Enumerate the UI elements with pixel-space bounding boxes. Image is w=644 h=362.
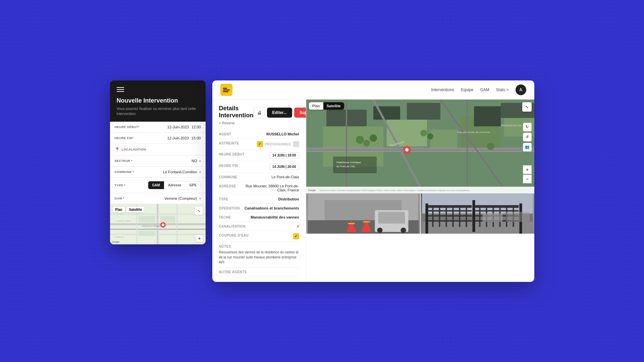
svg-text:Raccourcis clavier | Données c: Raccourcis clavier | Données cartographi… <box>320 189 470 191</box>
nav-stats[interactable]: Stats > <box>496 87 509 92</box>
google-attribution: Google <box>112 241 120 243</box>
heure-fin-date: 12-Juin-2023 <box>167 136 189 140</box>
secteur-field[interactable]: SECTEUR * NO ▾ <box>110 156 206 167</box>
type-gps-button[interactable]: GPS <box>185 181 200 189</box>
canalisation-label: CANALISATION <box>219 224 246 228</box>
svg-rect-78 <box>428 215 472 217</box>
astreinte-checkbox: ✓ <box>257 141 263 147</box>
svg-rect-79 <box>428 220 472 222</box>
mobile-map-plan-button[interactable]: Plan <box>113 207 125 213</box>
gam-value-container: Verrerie (Compteur) ▾ <box>164 196 201 200</box>
nav-links: Interventions Equipe GAM Stats > <box>431 87 508 92</box>
type-gam-button[interactable]: GAM <box>148 181 164 189</box>
desktop-map-zoom-controls: + − <box>523 165 532 183</box>
gam-value: Verrerie (Compteur) <box>164 196 197 200</box>
adresse-value: Rue Mounier, 38800 Le Pont-de-Claix, Fra… <box>246 184 299 192</box>
desktop-map-overlay-controls: Plan Satellite <box>309 102 344 110</box>
astreinte-programmee-values: ✓ PROGRAMMEE <box>257 141 299 147</box>
autre-agents-label: AUTRE AGENTS <box>219 270 247 274</box>
map-rotate-cw-button[interactable]: ↻ <box>523 123 532 131</box>
type-field: TYPE * GAM Adresse GPS <box>110 178 206 193</box>
operation-value: Canalisations et branchements <box>245 206 299 210</box>
gam-label: GAM * <box>115 197 125 200</box>
svg-point-39 <box>356 136 364 144</box>
desktop-map-satellite-button[interactable]: Satellite <box>323 102 344 110</box>
operation-row: OPERATION Canalisations et branchements <box>219 204 299 213</box>
gam-field[interactable]: GAM * Verrerie (Compteur) ▾ <box>110 193 206 204</box>
mobile-header: Nouvelle Intervention Vous pourrez final… <box>110 80 206 122</box>
desktop-map-expand-button[interactable]: ⤡ <box>522 102 532 112</box>
back-link[interactable]: < Revenir <box>219 121 299 125</box>
desktop-heure-fin-row: HEURE FIN 14 JUIN | 20:00 <box>219 161 299 173</box>
desktop-heure-fin-label: HEURE FIN <box>219 164 238 168</box>
svg-rect-80 <box>432 205 433 227</box>
type-adresse-button[interactable]: Adresse <box>164 181 185 189</box>
edit-button[interactable]: Editer... <box>267 108 292 118</box>
map-zoom-in-button[interactable]: + <box>523 165 532 174</box>
mobile-body: HEURE DÉBUT* 12-Juin-2023 12:00 HEURE FI… <box>110 122 206 244</box>
commune-field[interactable]: COMMUNE * Le Fontanil-Cornillon ▾ <box>110 167 206 178</box>
mobile-map-satellite-button[interactable]: Satellite <box>126 207 145 213</box>
type-label: TYPE * <box>115 184 126 187</box>
heure-debut-date: 12-Juin-2023 <box>167 125 189 129</box>
nav-avatar: A <box>516 84 526 95</box>
svg-rect-8 <box>139 216 155 223</box>
nav-gam[interactable]: GAM <box>480 87 489 92</box>
svg-rect-86 <box>475 205 519 208</box>
notes-row: NOTES Réouverture des vannes de la résid… <box>219 242 299 267</box>
coupure-eau-label: COUPURE D'EAU <box>219 233 249 237</box>
satellite-map-svg: Plateforme chimique du Pont de Clai... R… <box>306 100 534 193</box>
desktop-heure-fin-value: 14 JUIN | 20:00 <box>269 164 299 170</box>
mobile-map-expand-button[interactable]: ⤡ <box>195 207 203 215</box>
svg-rect-84 <box>459 205 460 227</box>
svg-point-43 <box>427 133 433 139</box>
heure-debut-field: HEURE DÉBUT* 12-Juin-2023 12:00 <box>110 122 206 133</box>
map-people-button[interactable]: 👥 <box>523 143 532 152</box>
svg-text:Plateforme chimique: Plateforme chimique <box>336 161 361 164</box>
svg-rect-83 <box>452 205 453 227</box>
heure-debut-value: 12-Juin-2023 12:00 <box>167 125 201 129</box>
map-zoom-out-button[interactable]: − <box>523 175 532 183</box>
svg-text:SONS DU MONDE: SONS DU MONDE <box>142 225 162 227</box>
svg-rect-90 <box>479 205 480 227</box>
mobile-title: Nouvelle Intervention <box>117 97 199 104</box>
astreinte-label: ASTREINTE <box>219 141 239 145</box>
mobile-map-plus-button[interactable]: + <box>196 235 203 242</box>
hamburger-menu-icon[interactable] <box>117 87 199 92</box>
autre-agents-row: AUTRE AGENTS <box>219 267 299 277</box>
photo-thumb-2 <box>421 193 534 234</box>
print-button[interactable]: 🖨 <box>254 107 265 118</box>
secteur-chevron-icon: ▾ <box>199 159 201 163</box>
svg-rect-96 <box>482 214 502 222</box>
nav-interventions[interactable]: Interventions <box>431 87 454 92</box>
svg-text:PASSION DU NA...: PASSION DU NA... <box>501 124 524 127</box>
map-rotate-ccw-button[interactable]: ↺ <box>523 133 532 141</box>
astreinte-programmee-row: ASTREINTE ✓ PROGRAMMEE <box>219 139 299 150</box>
svg-rect-17 <box>223 88 227 89</box>
delete-button[interactable]: Supprimer... <box>294 108 306 118</box>
nav-equipe[interactable]: Equipe <box>461 87 473 92</box>
svg-rect-87 <box>475 210 519 212</box>
commune-value: Le Fontanil-Cornillon <box>163 170 197 174</box>
agent-label: AGENT <box>219 132 231 136</box>
heure-debut-label: HEURE DÉBUT* <box>115 125 140 129</box>
desktop-type-row: TYPE Distribution <box>219 195 299 204</box>
desktop-map-plan-button[interactable]: Plan <box>309 102 323 110</box>
desktop-heure-debut-label: HEURE DÉBUT <box>219 152 245 156</box>
desktop-type-label: TYPE <box>219 197 228 201</box>
mobile-map-container: Plan Satellite ⤡ <box>110 204 206 244</box>
svg-rect-81 <box>439 205 440 227</box>
localisation-label: LOCALISATION <box>122 148 146 151</box>
svg-rect-24 <box>430 130 457 150</box>
svg-rect-85 <box>466 205 467 227</box>
desktop-content: Details Intervention 🖨 Editer... Supprim… <box>212 100 534 282</box>
svg-rect-18 <box>223 89 230 90</box>
svg-point-41 <box>370 134 377 142</box>
svg-rect-19 <box>223 91 228 92</box>
svg-rect-97 <box>506 212 529 222</box>
canalisation-row: CANALISATION // <box>219 222 299 231</box>
svg-text:...er Electric: ...er Electric <box>113 236 124 238</box>
svg-rect-73 <box>425 203 428 234</box>
agent-row: AGENT RUSSELLO Michel <box>219 130 299 139</box>
svg-rect-9 <box>160 216 175 223</box>
